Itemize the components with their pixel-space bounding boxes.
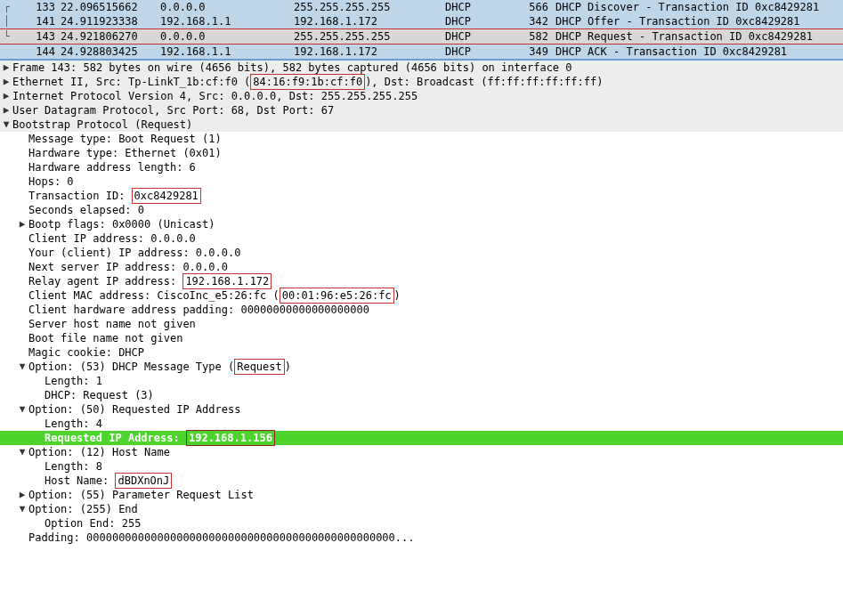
field-option-50-value[interactable]: Requested IP Address: 192.168.1.156 — [0, 431, 843, 445]
field-server-host-name[interactable]: Server host name not given — [0, 317, 843, 331]
field-your-ip[interactable]: Your (client) IP address: 0.0.0.0 — [0, 246, 843, 260]
related-marker: │ — [4, 14, 23, 28]
eth-src-mac: 84:16:f9:1b:cf:f0 — [250, 74, 365, 90]
packet-row[interactable]: ┌ 133 22.096515662 0.0.0.0 255.255.255.2… — [0, 0, 843, 14]
tree-item-option-55[interactable]: ▶Option: (55) Parameter Request List — [0, 488, 843, 502]
col-protocol: DHCP — [445, 45, 520, 59]
field-option-53-value[interactable]: DHCP: Request (3) — [0, 388, 843, 402]
field-transaction-id[interactable]: Transaction ID: 0xc8429281 — [0, 189, 843, 203]
col-protocol: DHCP — [445, 14, 520, 28]
col-destination: 255.255.255.255 — [294, 0, 445, 14]
col-time: 24.921806270 — [61, 29, 160, 44]
tree-item-option-50[interactable]: ▼Option: (50) Requested IP Address — [0, 402, 843, 417]
tree-item-flags[interactable]: ▶Bootp flags: 0x0000 (Unicast) — [0, 217, 843, 231]
col-source: 192.168.1.1 — [160, 45, 294, 59]
expand-icon[interactable]: ▶ — [0, 103, 12, 118]
col-number: 144 — [23, 45, 61, 59]
field-relay-agent-ip[interactable]: Relay agent IP address: 192.168.1.172 — [0, 274, 843, 288]
field-magic-cookie[interactable]: Magic cookie: DHCP — [0, 345, 843, 360]
col-time: 24.911923338 — [61, 14, 160, 28]
field-client-mac[interactable]: Client MAC address: CiscoInc_e5:26:fc (0… — [0, 288, 843, 303]
packet-row[interactable]: │ 141 24.911923338 192.168.1.1 192.168.1… — [0, 14, 843, 28]
col-protocol: DHCP — [445, 0, 520, 14]
expand-icon[interactable]: ▶ — [0, 75, 12, 89]
tree-item-udp[interactable]: ▶User Datagram Protocol, Src Port: 68, D… — [0, 103, 843, 118]
tree-item-option-12[interactable]: ▼Option: (12) Host Name — [0, 445, 843, 459]
packet-list[interactable]: ┌ 133 22.096515662 0.0.0.0 255.255.255.2… — [0, 0, 843, 61]
col-source: 0.0.0.0 — [160, 29, 294, 44]
packet-row-selected[interactable]: └ 143 24.921806270 0.0.0.0 255.255.255.2… — [0, 28, 843, 45]
col-protocol: DHCP — [445, 29, 520, 44]
field-option-53-length[interactable]: Length: 1 — [0, 374, 843, 388]
tree-item-frame[interactable]: ▶Frame 143: 582 bytes on wire (4656 bits… — [0, 61, 843, 75]
field-padding[interactable]: Padding: 0000000000000000000000000000000… — [0, 531, 843, 545]
col-destination: 192.168.1.172 — [294, 14, 445, 28]
transaction-id-value: 0xc8429281 — [132, 188, 201, 204]
field-option-12-length[interactable]: Length: 8 — [0, 459, 843, 474]
tree-item-option-255[interactable]: ▼Option: (255) End — [0, 502, 843, 516]
related-marker-start: ┌ — [4, 0, 23, 14]
col-length: 582 — [520, 29, 555, 44]
field-boot-file-name[interactable]: Boot file name not given — [0, 331, 843, 345]
client-mac-value: 00:01:96:e5:26:fc — [280, 288, 394, 304]
col-length: 342 — [520, 14, 555, 28]
expand-icon[interactable]: ▶ — [0, 61, 12, 75]
col-source: 192.168.1.1 — [160, 14, 294, 28]
packet-row[interactable]: 144 24.928803425 192.168.1.1 192.168.1.1… — [0, 45, 843, 59]
col-number: 141 — [23, 14, 61, 28]
expand-icon[interactable]: ▶ — [0, 89, 12, 103]
expand-icon[interactable]: ▶ — [16, 217, 28, 231]
dhcp-message-type-value: Request — [234, 359, 285, 375]
col-info: DHCP Offer - Transaction ID 0xc8429281 — [555, 14, 843, 28]
col-length: 566 — [520, 0, 555, 14]
expand-icon[interactable]: ▶ — [16, 488, 28, 502]
col-time: 24.928803425 — [61, 45, 160, 59]
col-info: DHCP Discover - Transaction ID 0xc842928… — [555, 0, 843, 14]
tree-item-ip[interactable]: ▶Internet Protocol Version 4, Src: 0.0.0… — [0, 89, 843, 103]
col-destination: 192.168.1.172 — [294, 45, 445, 59]
field-hops[interactable]: Hops: 0 — [0, 174, 843, 189]
field-hardware-type[interactable]: Hardware type: Ethernet (0x01) — [0, 146, 843, 160]
tree-item-bootp[interactable]: ▼Bootstrap Protocol (Request) — [0, 118, 843, 132]
collapse-icon[interactable]: ▼ — [0, 118, 12, 132]
field-hardware-length[interactable]: Hardware address length: 6 — [0, 160, 843, 174]
collapse-icon[interactable]: ▼ — [16, 502, 28, 516]
field-option-50-length[interactable]: Length: 4 — [0, 417, 843, 431]
related-marker-end: └ — [4, 29, 23, 44]
field-hw-padding[interactable]: Client hardware address padding: 0000000… — [0, 303, 843, 317]
field-option-255-value[interactable]: Option End: 255 — [0, 516, 843, 531]
collapse-icon[interactable]: ▼ — [16, 402, 28, 417]
col-number: 133 — [23, 0, 61, 14]
field-seconds[interactable]: Seconds elapsed: 0 — [0, 203, 843, 217]
packet-details[interactable]: ▶Frame 143: 582 bytes on wire (4656 bits… — [0, 61, 843, 545]
col-source: 0.0.0.0 — [160, 0, 294, 14]
requested-ip-value: 192.168.1.156 — [186, 430, 275, 446]
tree-item-option-53[interactable]: ▼Option: (53) DHCP Message Type (Request… — [0, 360, 843, 374]
field-message-type[interactable]: Message type: Boot Request (1) — [0, 132, 843, 146]
col-destination: 255.255.255.255 — [294, 29, 445, 44]
field-next-server-ip[interactable]: Next server IP address: 0.0.0.0 — [0, 260, 843, 274]
host-name-value: dBDXnOnJ — [115, 473, 172, 489]
col-length: 349 — [520, 45, 555, 59]
field-client-ip[interactable]: Client IP address: 0.0.0.0 — [0, 231, 843, 246]
collapse-icon[interactable]: ▼ — [16, 360, 28, 374]
tree-item-ethernet[interactable]: ▶Ethernet II, Src: Tp-LinkT_1b:cf:f0 (84… — [0, 75, 843, 89]
col-time: 22.096515662 — [61, 0, 160, 14]
col-number: 143 — [23, 29, 61, 44]
col-info: DHCP Request - Transaction ID 0xc8429281 — [555, 29, 843, 44]
collapse-icon[interactable]: ▼ — [16, 445, 28, 459]
col-info: DHCP ACK - Transaction ID 0xc8429281 — [555, 45, 843, 59]
field-option-12-value[interactable]: Host Name: dBDXnOnJ — [0, 474, 843, 488]
